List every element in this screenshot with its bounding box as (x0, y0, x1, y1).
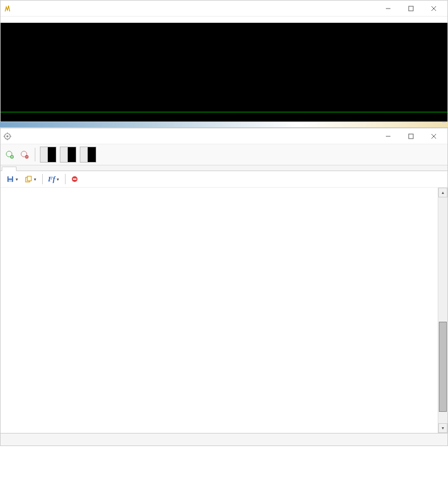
chevron-down-icon: ▼ (33, 177, 37, 181)
svg-rect-11 (409, 134, 413, 139)
copy-button[interactable]: ▼ (22, 173, 39, 185)
menu-file[interactable] (4, 18, 13, 21)
svg-rect-25 (27, 176, 31, 181)
chevron-down-icon: ▼ (15, 177, 19, 181)
main-titlebar[interactable] (1, 1, 447, 17)
output-text[interactable] (1, 188, 438, 433)
parameter-bar (1, 144, 447, 165)
center-label (40, 147, 48, 162)
scroll-up-button[interactable]: ▴ (438, 188, 447, 197)
speed-value[interactable] (88, 147, 96, 162)
shift-label (60, 147, 68, 162)
efr-window-controls (377, 129, 445, 144)
spectrum-display[interactable] (1, 23, 447, 121)
font-button[interactable]: Ff ▼ (46, 173, 62, 185)
separator (42, 174, 43, 184)
center-frequency-control[interactable] (40, 147, 56, 163)
window-controls (377, 1, 445, 16)
speed-control[interactable] (80, 147, 96, 163)
scroll-track[interactable] (438, 197, 447, 423)
tab-bar (1, 165, 447, 171)
menubar (1, 17, 447, 23)
svg-rect-1 (409, 6, 413, 11)
shift-control[interactable] (60, 147, 76, 163)
output-area: ▴ ▾ (1, 188, 447, 433)
efr-window: ▼ ▼ Ff ▼ ▴ ▾ (0, 128, 448, 446)
speed-label (80, 147, 88, 162)
save-button[interactable]: ▼ (4, 173, 21, 185)
center-value[interactable] (48, 147, 56, 162)
app-icon (3, 4, 12, 13)
svg-point-5 (6, 135, 9, 137)
svg-rect-22 (9, 176, 12, 179)
menu-add-decoder[interactable] (13, 18, 22, 21)
add-decoder-icon[interactable] (4, 149, 15, 160)
minimize-button[interactable] (377, 1, 400, 16)
efr-close-button[interactable] (422, 129, 445, 144)
efr-maximize-button[interactable] (400, 129, 422, 144)
maximize-button[interactable] (400, 1, 422, 16)
chevron-down-icon: ▼ (56, 177, 60, 181)
scroll-down-button[interactable]: ▾ (438, 423, 447, 433)
shift-value[interactable] (68, 147, 76, 162)
close-button[interactable] (422, 1, 445, 16)
font-icon: Ff (48, 175, 55, 184)
separator (35, 148, 35, 161)
scroll-thumb[interactable] (439, 322, 447, 412)
separator (65, 174, 66, 184)
background-desktop-strip (0, 122, 448, 128)
remove-decoder-icon[interactable] (19, 149, 30, 160)
clear-button[interactable] (68, 173, 81, 185)
efr-minimize-button[interactable] (377, 129, 400, 144)
frequency-axis (1, 112, 447, 121)
statusbar (1, 433, 447, 445)
main-window (0, 0, 448, 122)
gear-icon (3, 132, 12, 141)
menu-spectrum[interactable] (22, 18, 31, 21)
vertical-scrollbar[interactable]: ▴ ▾ (438, 188, 447, 433)
menu-help[interactable] (31, 18, 40, 21)
tab-output[interactable] (2, 167, 17, 171)
bg-tooltip-fragment (442, 121, 446, 123)
efr-titlebar[interactable] (1, 128, 447, 144)
output-toolbar: ▼ ▼ Ff ▼ (1, 171, 447, 188)
svg-rect-23 (9, 180, 12, 182)
svg-rect-27 (73, 179, 76, 180)
